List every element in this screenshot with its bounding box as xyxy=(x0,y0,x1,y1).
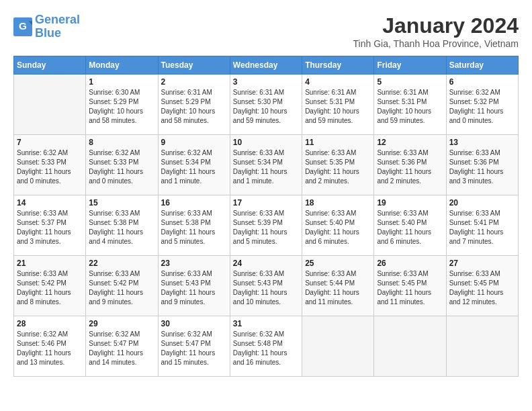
day-info: Sunrise: 6:32 AM Sunset: 5:47 PM Dayligh… xyxy=(89,330,154,367)
calendar-cell xyxy=(14,75,86,135)
calendar-cell: 3Sunrise: 6:31 AM Sunset: 5:30 PM Daylig… xyxy=(230,75,302,135)
svg-text:G: G xyxy=(19,20,27,32)
calendar-cell: 31Sunrise: 6:32 AM Sunset: 5:48 PM Dayli… xyxy=(230,316,302,377)
calendar-cell: 7Sunrise: 6:32 AM Sunset: 5:33 PM Daylig… xyxy=(14,135,86,195)
week-row-1: 1Sunrise: 6:30 AM Sunset: 5:29 PM Daylig… xyxy=(14,75,519,135)
calendar-cell: 28Sunrise: 6:32 AM Sunset: 5:46 PM Dayli… xyxy=(14,316,86,377)
day-number: 3 xyxy=(233,77,299,87)
day-info: Sunrise: 6:33 AM Sunset: 5:36 PM Dayligh… xyxy=(449,148,515,186)
day-info: Sunrise: 6:32 AM Sunset: 5:46 PM Dayligh… xyxy=(17,330,83,367)
header-cell-friday: Friday xyxy=(374,56,446,75)
header-cell-thursday: Thursday xyxy=(302,56,374,75)
day-number: 20 xyxy=(449,198,515,208)
day-info: Sunrise: 6:33 AM Sunset: 5:40 PM Dayligh… xyxy=(305,209,371,246)
day-info: Sunrise: 6:32 AM Sunset: 5:32 PM Dayligh… xyxy=(449,88,515,126)
calendar-title: January 2024 xyxy=(353,13,519,38)
calendar-cell: 4Sunrise: 6:31 AM Sunset: 5:31 PM Daylig… xyxy=(302,75,374,135)
day-info: Sunrise: 6:33 AM Sunset: 5:38 PM Dayligh… xyxy=(161,209,227,246)
day-info: Sunrise: 6:30 AM Sunset: 5:29 PM Dayligh… xyxy=(89,88,154,126)
header-cell-monday: Monday xyxy=(86,56,158,75)
day-info: Sunrise: 6:33 AM Sunset: 5:44 PM Dayligh… xyxy=(305,269,371,307)
calendar-cell: 15Sunrise: 6:33 AM Sunset: 5:38 PM Dayli… xyxy=(86,195,158,256)
logo: G General Blue xyxy=(13,13,80,40)
day-info: Sunrise: 6:33 AM Sunset: 5:39 PM Dayligh… xyxy=(233,209,299,246)
day-info: Sunrise: 6:33 AM Sunset: 5:45 PM Dayligh… xyxy=(377,269,443,307)
day-number: 24 xyxy=(233,259,299,268)
day-info: Sunrise: 6:33 AM Sunset: 5:36 PM Dayligh… xyxy=(377,148,443,186)
calendar-cell: 23Sunrise: 6:33 AM Sunset: 5:43 PM Dayli… xyxy=(158,256,230,316)
header-cell-sunday: Sunday xyxy=(14,56,86,75)
header-row: SundayMondayTuesdayWednesdayThursdayFrid… xyxy=(14,56,519,75)
day-info: Sunrise: 6:32 AM Sunset: 5:48 PM Dayligh… xyxy=(233,330,299,367)
calendar-cell: 9Sunrise: 6:32 AM Sunset: 5:34 PM Daylig… xyxy=(158,135,230,195)
day-info: Sunrise: 6:31 AM Sunset: 5:29 PM Dayligh… xyxy=(161,88,227,126)
day-number: 28 xyxy=(17,319,83,328)
day-info: Sunrise: 6:33 AM Sunset: 5:40 PM Dayligh… xyxy=(377,209,443,246)
day-number: 26 xyxy=(377,259,443,268)
day-info: Sunrise: 6:32 AM Sunset: 5:33 PM Dayligh… xyxy=(89,148,154,186)
calendar-cell: 25Sunrise: 6:33 AM Sunset: 5:44 PM Dayli… xyxy=(302,256,374,316)
day-info: Sunrise: 6:31 AM Sunset: 5:31 PM Dayligh… xyxy=(305,88,371,126)
day-info: Sunrise: 6:33 AM Sunset: 5:35 PM Dayligh… xyxy=(305,148,371,186)
header-cell-saturday: Saturday xyxy=(446,56,518,75)
calendar-cell: 14Sunrise: 6:33 AM Sunset: 5:37 PM Dayli… xyxy=(14,195,86,256)
day-number: 18 xyxy=(305,198,371,208)
day-number: 10 xyxy=(233,138,299,147)
calendar-cell: 27Sunrise: 6:33 AM Sunset: 5:45 PM Dayli… xyxy=(446,256,518,316)
calendar-table: SundayMondayTuesdayWednesdayThursdayFrid… xyxy=(13,56,519,377)
day-number: 13 xyxy=(449,138,515,147)
calendar-cell: 8Sunrise: 6:32 AM Sunset: 5:33 PM Daylig… xyxy=(86,135,158,195)
day-number: 12 xyxy=(377,138,443,147)
day-info: Sunrise: 6:32 AM Sunset: 5:34 PM Dayligh… xyxy=(161,148,227,186)
day-number: 1 xyxy=(89,77,154,87)
day-number: 30 xyxy=(161,319,227,328)
day-info: Sunrise: 6:33 AM Sunset: 5:37 PM Dayligh… xyxy=(17,209,83,246)
header-cell-tuesday: Tuesday xyxy=(158,56,230,75)
calendar-cell: 13Sunrise: 6:33 AM Sunset: 5:36 PM Dayli… xyxy=(446,135,518,195)
calendar-cell: 30Sunrise: 6:32 AM Sunset: 5:47 PM Dayli… xyxy=(158,316,230,377)
calendar-cell: 29Sunrise: 6:32 AM Sunset: 5:47 PM Dayli… xyxy=(86,316,158,377)
week-row-3: 14Sunrise: 6:33 AM Sunset: 5:37 PM Dayli… xyxy=(14,195,519,256)
calendar-cell: 2Sunrise: 6:31 AM Sunset: 5:29 PM Daylig… xyxy=(158,75,230,135)
day-info: Sunrise: 6:33 AM Sunset: 5:43 PM Dayligh… xyxy=(233,269,299,307)
day-number: 19 xyxy=(377,198,443,208)
calendar-cell: 26Sunrise: 6:33 AM Sunset: 5:45 PM Dayli… xyxy=(374,256,446,316)
day-number: 17 xyxy=(233,198,299,208)
calendar-header: SundayMondayTuesdayWednesdayThursdayFrid… xyxy=(14,56,519,75)
day-info: Sunrise: 6:31 AM Sunset: 5:31 PM Dayligh… xyxy=(377,88,443,126)
day-number: 4 xyxy=(305,77,371,87)
day-info: Sunrise: 6:33 AM Sunset: 5:45 PM Dayligh… xyxy=(449,269,515,307)
day-info: Sunrise: 6:32 AM Sunset: 5:47 PM Dayligh… xyxy=(161,330,227,367)
calendar-cell: 20Sunrise: 6:33 AM Sunset: 5:41 PM Dayli… xyxy=(446,195,518,256)
day-number: 16 xyxy=(161,198,227,208)
day-info: Sunrise: 6:33 AM Sunset: 5:41 PM Dayligh… xyxy=(449,209,515,246)
logo-text-line1: General xyxy=(35,13,80,27)
day-number: 7 xyxy=(17,138,83,147)
day-info: Sunrise: 6:33 AM Sunset: 5:34 PM Dayligh… xyxy=(233,148,299,186)
day-number: 2 xyxy=(161,77,227,87)
day-number: 11 xyxy=(305,138,371,147)
page-header: G General Blue January 2024 Tinh Gia, Th… xyxy=(13,13,519,49)
day-info: Sunrise: 6:33 AM Sunset: 5:42 PM Dayligh… xyxy=(89,269,154,307)
calendar-cell: 6Sunrise: 6:32 AM Sunset: 5:32 PM Daylig… xyxy=(446,75,518,135)
day-number: 9 xyxy=(161,138,227,147)
day-number: 22 xyxy=(89,259,154,268)
title-section: January 2024 Tinh Gia, Thanh Hoa Provinc… xyxy=(353,13,519,49)
logo-text-line2: Blue xyxy=(35,27,80,40)
day-number: 5 xyxy=(377,77,443,87)
week-row-5: 28Sunrise: 6:32 AM Sunset: 5:46 PM Dayli… xyxy=(14,316,519,377)
calendar-cell xyxy=(302,316,374,377)
day-info: Sunrise: 6:33 AM Sunset: 5:38 PM Dayligh… xyxy=(89,209,154,246)
calendar-cell: 17Sunrise: 6:33 AM Sunset: 5:39 PM Dayli… xyxy=(230,195,302,256)
calendar-cell: 22Sunrise: 6:33 AM Sunset: 5:42 PM Dayli… xyxy=(86,256,158,316)
day-info: Sunrise: 6:31 AM Sunset: 5:30 PM Dayligh… xyxy=(233,88,299,126)
calendar-cell: 1Sunrise: 6:30 AM Sunset: 5:29 PM Daylig… xyxy=(86,75,158,135)
calendar-cell: 10Sunrise: 6:33 AM Sunset: 5:34 PM Dayli… xyxy=(230,135,302,195)
calendar-cell: 19Sunrise: 6:33 AM Sunset: 5:40 PM Dayli… xyxy=(374,195,446,256)
calendar-cell: 21Sunrise: 6:33 AM Sunset: 5:42 PM Dayli… xyxy=(14,256,86,316)
day-number: 14 xyxy=(17,198,83,208)
day-number: 6 xyxy=(449,77,515,87)
day-number: 25 xyxy=(305,259,371,268)
day-number: 8 xyxy=(89,138,154,147)
calendar-cell: 24Sunrise: 6:33 AM Sunset: 5:43 PM Dayli… xyxy=(230,256,302,316)
